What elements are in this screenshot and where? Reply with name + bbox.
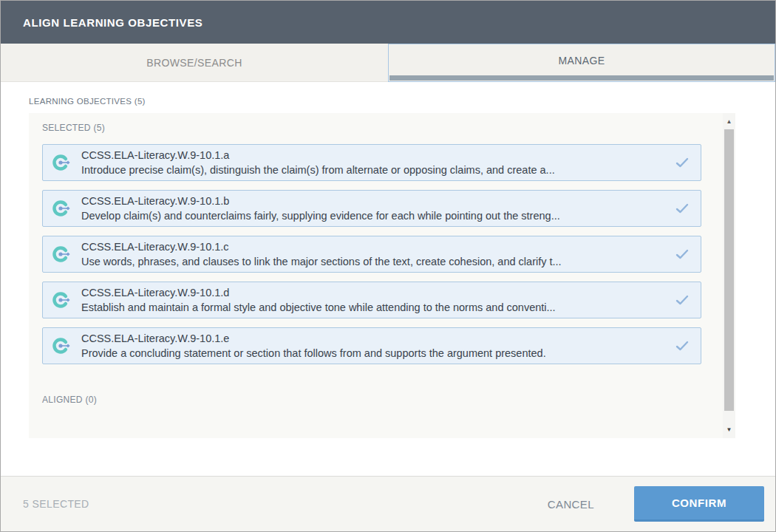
tab-bar: BROWSE/SEARCH MANAGE: [1, 44, 775, 82]
objective-text: CCSS.ELA-Literacy.W.9-10.1.b Develop cla…: [81, 194, 667, 223]
objectives-panel: SELECTED (5) CCSS.ELA-Literacy.W.9-10.1.…: [29, 113, 735, 438]
learning-objective-target-icon: [52, 244, 72, 265]
objective-text: CCSS.ELA-Literacy.W.9-10.1.d Establish a…: [81, 285, 667, 315]
check-icon: [675, 203, 689, 214]
objective-code: CCSS.ELA-Literacy.W.9-10.1.c: [81, 241, 229, 253]
tab-manage-label: MANAGE: [558, 55, 605, 66]
objective-code: CCSS.ELA-Literacy.W.9-10.1.d: [81, 287, 229, 299]
align-learning-objectives-dialog: ALIGN LEARNING OBJECTIVES BROWSE/SEARCH …: [0, 0, 776, 532]
aligned-section-label: ALIGNED (0): [42, 395, 735, 405]
objective-text: CCSS.ELA-Literacy.W.9-10.1.c Use words, …: [81, 239, 667, 269]
objective-code: CCSS.ELA-Literacy.W.9-10.1.e: [81, 332, 229, 344]
objective-description: Provide a concluding statement or sectio…: [81, 347, 546, 359]
learning-objectives-header: LEARNING OBJECTIVES (5): [29, 97, 747, 106]
selected-count-label: 5 SELECTED: [23, 498, 89, 510]
objective-text: CCSS.ELA-Literacy.W.9-10.1.a Introduce p…: [81, 148, 667, 177]
cancel-button[interactable]: CANCEL: [548, 498, 594, 511]
objective-code: CCSS.ELA-Literacy.W.9-10.1.a: [81, 149, 229, 161]
check-icon: [675, 249, 689, 259]
objective-row[interactable]: CCSS.ELA-Literacy.W.9-10.1.e Provide a c…: [42, 327, 701, 364]
scroll-down-icon[interactable]: ▼: [723, 423, 735, 436]
confirm-button[interactable]: CONFIRM: [634, 486, 764, 522]
objective-row[interactable]: CCSS.ELA-Literacy.W.9-10.1.a Introduce p…: [42, 144, 701, 181]
active-tab-indicator: [389, 75, 774, 81]
objective-description: Establish and maintain a formal style an…: [81, 301, 556, 313]
tab-browse-search[interactable]: BROWSE/SEARCH: [1, 44, 388, 82]
scrollbar-thumb[interactable]: [724, 129, 734, 411]
dialog-title: ALIGN LEARNING OBJECTIVES: [23, 16, 202, 29]
tab-browse-search-label: BROWSE/SEARCH: [146, 57, 242, 69]
scroll-up-icon[interactable]: ▲: [723, 115, 735, 128]
objective-description: Develop claim(s) and counterclaims fairl…: [81, 210, 560, 222]
dialog-header: ALIGN LEARNING OBJECTIVES: [1, 1, 775, 44]
check-icon: [675, 295, 689, 305]
objective-code: CCSS.ELA-Literacy.W.9-10.1.b: [81, 195, 229, 207]
selected-section-label: SELECTED (5): [42, 123, 735, 133]
learning-objective-target-icon: [52, 335, 72, 356]
dialog-footer: 5 SELECTED CANCEL CONFIRM: [1, 476, 775, 531]
dialog-content: LEARNING OBJECTIVES (5) SELECTED (5) CCS…: [1, 82, 775, 476]
objective-description: Use words, phrases, and clauses to link …: [81, 256, 562, 267]
learning-objective-target-icon: [52, 198, 72, 219]
objective-row[interactable]: CCSS.ELA-Literacy.W.9-10.1.d Establish a…: [42, 282, 701, 318]
objective-text: CCSS.ELA-Literacy.W.9-10.1.e Provide a c…: [81, 331, 667, 361]
learning-objective-target-icon: [52, 152, 72, 173]
check-icon: [675, 341, 689, 351]
check-icon: [675, 157, 689, 168]
tab-manage[interactable]: MANAGE: [388, 44, 775, 82]
learning-objective-target-icon: [52, 290, 72, 310]
scrollbar[interactable]: ▲ ▼: [723, 113, 735, 438]
objective-row[interactable]: CCSS.ELA-Literacy.W.9-10.1.c Use words, …: [42, 236, 701, 273]
selected-objectives-list: CCSS.ELA-Literacy.W.9-10.1.a Introduce p…: [42, 144, 701, 364]
objective-description: Introduce precise claim(s), distinguish …: [81, 164, 555, 176]
objective-row[interactable]: CCSS.ELA-Literacy.W.9-10.1.b Develop cla…: [42, 190, 701, 227]
